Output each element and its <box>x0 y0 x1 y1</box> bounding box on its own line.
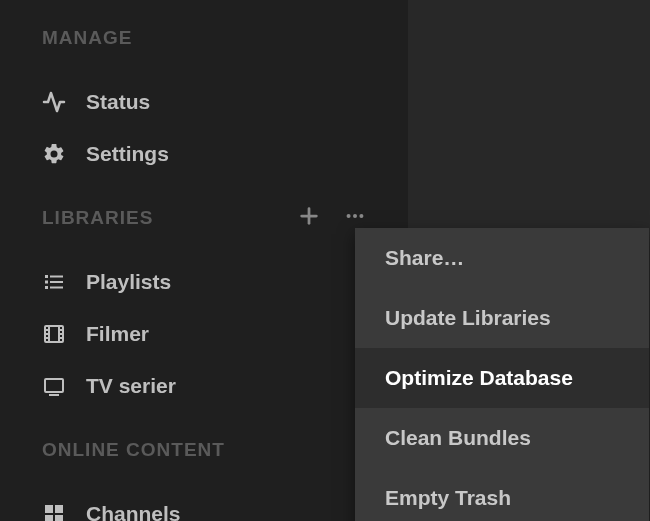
svg-rect-5 <box>45 275 48 278</box>
menu-item-empty-trash[interactable]: Empty Trash <box>355 468 649 521</box>
nav-item-settings[interactable]: Settings <box>0 128 408 180</box>
section-header-online: ONLINE CONTENT <box>0 430 408 470</box>
svg-rect-6 <box>50 276 63 278</box>
nav-label: Playlists <box>86 270 171 294</box>
nav-label: Channels <box>86 502 181 521</box>
nav-label: TV serier <box>86 374 176 398</box>
svg-rect-10 <box>50 287 63 289</box>
menu-item-optimize-database[interactable]: Optimize Database <box>355 348 649 408</box>
svg-rect-24 <box>45 515 53 521</box>
svg-point-4 <box>359 214 363 218</box>
section-title-libraries: LIBRARIES <box>42 207 153 229</box>
nav-item-channels[interactable]: Channels <box>0 488 408 521</box>
section-header-manage: MANAGE <box>0 18 408 58</box>
section-title-online: ONLINE CONTENT <box>42 439 225 461</box>
nav-item-status[interactable]: Status <box>0 76 408 128</box>
svg-rect-23 <box>55 505 63 513</box>
activity-icon <box>42 90 66 114</box>
nav-label: Filmer <box>86 322 149 346</box>
menu-item-clean-bundles[interactable]: Clean Bundles <box>355 408 649 468</box>
nav-label: Settings <box>86 142 169 166</box>
svg-point-2 <box>347 214 351 218</box>
add-library-button[interactable] <box>298 205 320 231</box>
svg-rect-8 <box>50 281 63 283</box>
nav-item-tv-serier[interactable]: TV serier <box>0 360 408 412</box>
svg-rect-9 <box>45 286 48 289</box>
grid-icon <box>42 502 66 521</box>
section-header-libraries: LIBRARIES <box>0 198 408 238</box>
svg-rect-20 <box>45 379 63 392</box>
libraries-context-menu: Share… Update Libraries Optimize Databas… <box>355 228 649 521</box>
nav-item-filmer[interactable]: Filmer <box>0 308 408 360</box>
film-icon <box>42 322 66 346</box>
svg-rect-25 <box>55 515 63 521</box>
svg-rect-7 <box>45 281 48 284</box>
section-title-manage: MANAGE <box>42 27 132 49</box>
nav-label: Status <box>86 90 150 114</box>
sidebar: MANAGE Status Settings LIBRARIES Playli <box>0 0 408 521</box>
svg-point-3 <box>353 214 357 218</box>
gear-icon <box>42 142 66 166</box>
svg-rect-22 <box>45 505 53 513</box>
menu-item-share[interactable]: Share… <box>355 228 649 288</box>
list-icon <box>42 270 66 294</box>
tv-icon <box>42 374 66 398</box>
nav-item-playlists[interactable]: Playlists <box>0 256 408 308</box>
menu-item-update-libraries[interactable]: Update Libraries <box>355 288 649 348</box>
